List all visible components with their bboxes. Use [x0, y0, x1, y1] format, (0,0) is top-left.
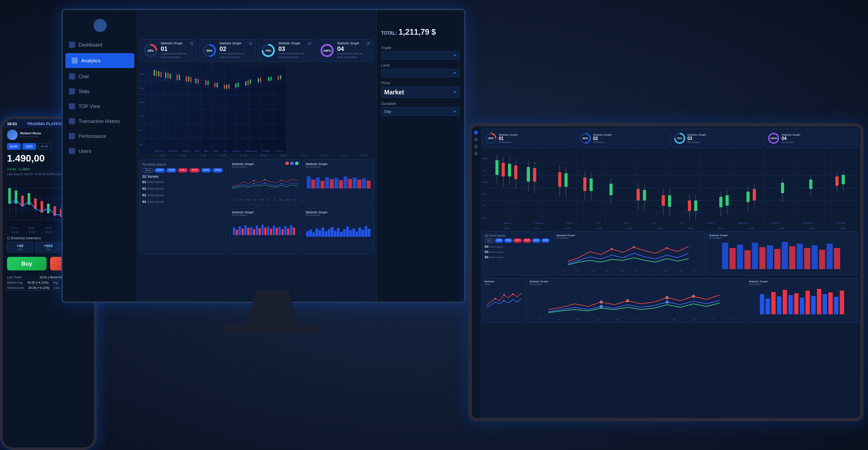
tab-card-info-2: Statistic Graph 02 All members:	[593, 133, 612, 144]
donut-ring-1: 25%	[143, 43, 158, 58]
monitor-time-axis: 04:00 15:00 01:00 11:00 22:00 04:00 15:0…	[137, 153, 376, 158]
svg-rect-111	[256, 226, 258, 235]
tab-donut-2: 50%	[579, 132, 591, 144]
sidebar-item-analytics[interactable]: Analytics	[65, 53, 134, 68]
bottom-chart-title: Statistic Graph	[232, 211, 298, 214]
sidebar-item-chat[interactable]: Chat	[63, 69, 137, 84]
total-value: 1,211,79 $	[399, 28, 436, 37]
svg-rect-158	[365, 226, 367, 237]
donut-ring-2: 50%	[202, 43, 217, 58]
stat-card-2: 50% Statistic Graph 02 Lorem ipsum dolor…	[199, 39, 256, 62]
stat-title-2: Statistic Graph	[220, 42, 246, 45]
svg-rect-106	[241, 228, 244, 235]
svg-rect-231	[804, 248, 810, 269]
svg-rect-155	[356, 231, 358, 237]
svg-rect-196	[668, 195, 671, 207]
tab-card-info-3: Statistic Graph 03 All members:	[688, 133, 706, 144]
tablet-stat-cards: 25% Statistic Graph 01 All members:	[480, 126, 860, 149]
tab-scatter-panel: Statistic Graph	[482, 278, 526, 323]
svg-rect-174	[514, 166, 517, 179]
currency-tab-usd[interactable]: USD	[22, 143, 36, 150]
monitor-bottom-panels: 02 lorem ipsum 2014 2015 2016 2017 2018 …	[137, 158, 376, 254]
tab-stat-card-4: 100% Statistic Graph 04 All members:	[765, 129, 858, 148]
svg-rect-135	[353, 177, 357, 188]
sidebar-item-dashboard[interactable]: Dashboard	[63, 37, 137, 52]
svg-rect-131	[335, 178, 339, 188]
svg-rect-138	[367, 180, 371, 188]
donut-ring-3: 75%	[261, 43, 276, 58]
buy-button[interactable]: Buy	[7, 257, 47, 270]
tab-card-info-1: Statistic Graph 01 All members:	[499, 133, 518, 144]
stat-sub-1: Lorem ipsum dolor sit amet consectetur	[161, 52, 187, 59]
svg-rect-94	[277, 76, 279, 80]
currency-tab-eur[interactable]: EUR	[7, 143, 21, 150]
svg-rect-52	[186, 76, 187, 81]
svg-rect-190	[637, 189, 640, 200]
svg-rect-130	[330, 179, 334, 188]
svg-rect-114	[264, 227, 267, 235]
svg-rect-117	[273, 226, 275, 235]
total-label: TOTAL:	[381, 31, 397, 36]
svg-point-238	[512, 293, 514, 295]
tab-sidebar-dot-4[interactable]	[474, 152, 478, 155]
svg-rect-234	[827, 244, 833, 269]
stat-title-4: Statistic Graph	[337, 42, 364, 45]
price-dropdown[interactable]: Market ▼	[381, 86, 460, 98]
tab-scatter-svg	[484, 285, 524, 310]
sidebar-item-topview[interactable]: TOP View	[63, 99, 137, 114]
tab-sidebar-dot-1[interactable]	[474, 131, 478, 134]
svg-rect-108	[247, 228, 249, 235]
monitor-sidebar: Dashboard Analytics Chat Stats TOP View …	[63, 10, 137, 302]
sidebar-item-performance[interactable]: Performance	[63, 129, 137, 144]
svg-rect-156	[359, 227, 361, 237]
tablet-main: 25% Statistic Graph 01 All members:	[480, 126, 860, 418]
svg-rect-221	[730, 248, 736, 269]
svg-rect-141	[313, 232, 315, 237]
tab-main-line-chart: Statistic Graph All members:	[527, 278, 746, 323]
duration-dropdown[interactable]: Day ▼	[381, 107, 460, 116]
total-panel: TOTAL: 1,211,79 $ Trade ▼ Limit ▼ Price …	[376, 10, 464, 302]
tab-main-line-svg	[529, 285, 743, 316]
svg-rect-157	[362, 230, 364, 237]
svg-rect-258	[828, 292, 832, 314]
sidebar-item-users[interactable]: Users	[63, 144, 137, 158]
svg-rect-36	[156, 71, 157, 76]
tab-sidebar-dot-2[interactable]	[474, 138, 478, 141]
svg-point-101	[264, 182, 266, 184]
svg-rect-178	[533, 168, 536, 182]
donut-percent-4: 100%	[323, 49, 331, 52]
sidebar-item-stats[interactable]: Stats	[63, 84, 137, 99]
stat-sub-3: Lorem ipsum dolor sit amet consectetur	[278, 52, 305, 59]
tablet-chart-svg	[492, 152, 858, 225]
tab-stat-card-2: 50% Statistic Graph 02 All members:	[576, 129, 670, 148]
svg-rect-118	[276, 228, 278, 235]
svg-rect-109	[250, 227, 252, 235]
svg-rect-58	[195, 79, 197, 83]
tablet-time-axis: 04:00 15:00 01:00 11:00 22:00 04:00 15:0…	[490, 227, 860, 230]
svg-rect-202	[719, 197, 722, 207]
stat-number-4: 04	[337, 45, 364, 52]
svg-rect-150	[340, 232, 343, 237]
duration-row: Duration Day ▼	[381, 101, 460, 116]
svg-rect-88	[260, 78, 261, 82]
user-name: Robert Ross	[20, 131, 41, 135]
tab-donut-1: 25%	[485, 132, 497, 144]
svg-rect-46	[170, 74, 171, 79]
svg-rect-123	[290, 225, 292, 235]
svg-point-219	[666, 247, 668, 249]
svg-rect-172	[508, 164, 511, 176]
monitor-base	[224, 325, 321, 334]
limit-dropdown[interactable]: ▼	[381, 69, 460, 77]
sidebar-item-transactions[interactable]: Transaction History	[63, 114, 137, 129]
currency-tab-rur[interactable]: RUR	[38, 143, 51, 150]
svg-rect-148	[334, 230, 337, 237]
tab-sidebar-dot-3[interactable]	[474, 145, 478, 148]
stat-card-4: 100% Statistic Graph 04 Lorem ipsum dolo…	[317, 39, 374, 62]
stat-box-out: +950 Out	[35, 242, 61, 252]
chart-y-labels: Mon Tue Wed Thu Fri Sat	[139, 65, 152, 153]
svg-rect-149	[337, 228, 340, 237]
trade-dropdown[interactable]: ▼	[381, 51, 460, 60]
stat-badge-2: ≡	[249, 42, 253, 45]
grid-icon	[69, 42, 75, 48]
svg-rect-137	[362, 178, 366, 188]
